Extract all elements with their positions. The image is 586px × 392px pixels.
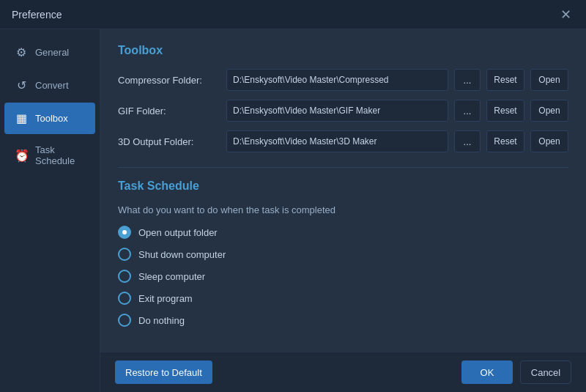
title-bar: Preference ✕ bbox=[0, 0, 586, 29]
radio-sleep[interactable]: Sleep computer bbox=[118, 270, 568, 283]
3d-dots-button[interactable]: ... bbox=[454, 130, 481, 152]
radio-label-open-output: Open output folder bbox=[138, 227, 218, 238]
radio-label-shutdown: Shut down computer bbox=[138, 249, 226, 260]
content-spacer bbox=[118, 336, 568, 337]
task-schedule-title: Task Schedule bbox=[118, 180, 568, 193]
content-area: Toolbox Compressor Folder: ... Reset Ope… bbox=[100, 29, 586, 352]
compressor-reset-button[interactable]: Reset bbox=[486, 69, 524, 91]
radio-label-nothing: Do nothing bbox=[138, 315, 185, 326]
3d-label: 3D Output Folder: bbox=[118, 136, 220, 147]
folder-row-3d: 3D Output Folder: ... Reset Open bbox=[118, 130, 568, 152]
sidebar-item-label: Convert bbox=[35, 80, 69, 91]
compressor-open-button[interactable]: Open bbox=[530, 69, 568, 91]
radio-circle-shutdown bbox=[118, 248, 131, 261]
radio-circle-sleep bbox=[118, 270, 131, 283]
ok-button[interactable]: OK bbox=[461, 360, 513, 384]
toolbox-title: Toolbox bbox=[118, 44, 568, 57]
general-icon: ⚙ bbox=[15, 45, 28, 59]
radio-open-output[interactable]: Open output folder bbox=[118, 226, 568, 239]
sidebar-item-label: Toolbox bbox=[35, 113, 68, 124]
gif-reset-button[interactable]: Reset bbox=[486, 100, 524, 122]
compressor-dots-button[interactable]: ... bbox=[454, 69, 481, 91]
cancel-button[interactable]: Cancel bbox=[520, 360, 571, 384]
compressor-input[interactable] bbox=[226, 69, 448, 91]
task-description: What do you want to do when the task is … bbox=[118, 204, 568, 215]
3d-reset-button[interactable]: Reset bbox=[486, 130, 524, 152]
folder-row-compressor: Compressor Folder: ... Reset Open bbox=[118, 69, 568, 91]
title-text: Preference bbox=[12, 9, 557, 21]
bottom-bar: Restore to Default OK Cancel bbox=[100, 352, 586, 392]
sidebar-item-general[interactable]: ⚙ General bbox=[4, 37, 95, 68]
radio-exit[interactable]: Exit program bbox=[118, 292, 568, 305]
sidebar-item-toolbox[interactable]: ▦ Toolbox bbox=[4, 103, 95, 134]
3d-input[interactable] bbox=[226, 130, 448, 152]
sidebar-item-convert[interactable]: ↺ Convert bbox=[4, 70, 95, 101]
main-layout: ⚙ General ↺ Convert ▦ Toolbox ⏰ Task Sch… bbox=[0, 29, 586, 392]
radio-nothing[interactable]: Do nothing bbox=[118, 314, 568, 327]
compressor-label: Compressor Folder: bbox=[118, 75, 220, 86]
sidebar-item-label: Task Schedule bbox=[35, 144, 85, 166]
gif-label: GIF Folder: bbox=[118, 106, 220, 117]
radio-label-sleep: Sleep computer bbox=[138, 271, 205, 282]
folder-row-gif: GIF Folder: ... Reset Open bbox=[118, 100, 568, 122]
close-button[interactable]: ✕ bbox=[557, 6, 574, 23]
radio-circle-open-output bbox=[118, 226, 131, 239]
radio-label-exit: Exit program bbox=[138, 293, 193, 304]
radio-circle-exit bbox=[118, 292, 131, 305]
gif-dots-button[interactable]: ... bbox=[454, 100, 481, 122]
ok-cancel-group: OK Cancel bbox=[461, 360, 571, 384]
convert-icon: ↺ bbox=[15, 78, 28, 92]
gif-open-button[interactable]: Open bbox=[530, 100, 568, 122]
restore-default-button[interactable]: Restore to Default bbox=[115, 360, 212, 384]
task-icon: ⏰ bbox=[15, 149, 28, 163]
toolbox-icon: ▦ bbox=[15, 111, 28, 125]
sidebar: ⚙ General ↺ Convert ▦ Toolbox ⏰ Task Sch… bbox=[0, 29, 100, 392]
3d-open-button[interactable]: Open bbox=[530, 130, 568, 152]
radio-circle-nothing bbox=[118, 314, 131, 327]
section-divider bbox=[118, 167, 568, 168]
gif-input[interactable] bbox=[226, 100, 448, 122]
radio-shutdown[interactable]: Shut down computer bbox=[118, 248, 568, 261]
sidebar-item-label: General bbox=[35, 47, 69, 58]
sidebar-item-task-schedule[interactable]: ⏰ Task Schedule bbox=[4, 136, 95, 175]
